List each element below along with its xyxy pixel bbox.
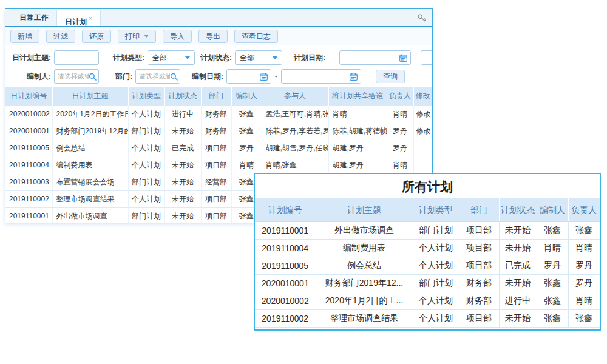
plan-creator: 张鑫	[231, 123, 262, 140]
plan-id: 2019110002	[255, 309, 316, 327]
col-header-subject: 计划主题	[316, 198, 413, 221]
plan-creator: 张鑫	[537, 221, 568, 239]
create-date-from-input[interactable]	[226, 69, 271, 84]
import-button[interactable]: 导入	[163, 30, 192, 43]
modify-link[interactable]: 修改	[413, 123, 432, 140]
plan-type: 部门计划	[413, 221, 459, 239]
plan-dept: 项目部	[201, 157, 231, 174]
view-log-button[interactable]: 查看日志	[234, 30, 278, 43]
filter-row-2: 编制人: 请选择或输入 部门: 请选择或输入 编制日期: - 查询	[10, 69, 432, 84]
plan-id-link[interactable]: 2019110001	[5, 207, 52, 223]
create-date-label: 编制日期:	[180, 72, 226, 82]
key-icon[interactable]	[417, 13, 427, 23]
plan-status: 已完成	[499, 257, 537, 274]
plan-subject-link[interactable]: 2020年1月2日的工作日...	[52, 106, 128, 123]
new-button[interactable]: 新增	[10, 30, 39, 43]
plan-id-link[interactable]: 2020010001	[5, 123, 52, 140]
plan-subject-link[interactable]: 整理市场调查结果	[52, 190, 128, 207]
modify-link[interactable]: 修改	[413, 106, 432, 123]
table-row: 2020010002 2020年1月2日的工作日... 个人计划 进行中 财务部…	[5, 106, 432, 123]
modify-cell	[413, 140, 432, 157]
plan-dept: 经营部	[201, 174, 231, 190]
tab-bar: 日常工作 日计划×	[5, 9, 432, 27]
filter-button[interactable]: 过滤	[46, 30, 75, 43]
all-plans-popup: 所有计划 计划编号 计划主题 计划类型 部门 计划状态 编制人 负责人 2019…	[254, 173, 601, 331]
plan-status: 未开始	[164, 157, 201, 174]
plan-owner-link[interactable]: 罗丹	[387, 123, 413, 140]
status-label: 计划状态:	[195, 53, 235, 63]
search-icon	[170, 73, 178, 81]
plan-owner-link[interactable]: 罗丹	[387, 140, 413, 157]
plan-subject: 外出做市场调查	[316, 221, 413, 239]
restore-button[interactable]: 还原	[82, 30, 111, 43]
plan-share: 胡建,罗丹	[328, 140, 387, 157]
search-button[interactable]: 查询	[376, 70, 405, 83]
creator-picker-placeholder: 请选择或输入	[58, 72, 89, 81]
print-button[interactable]: 打印	[118, 30, 156, 43]
plan-status: 未开始	[499, 309, 537, 327]
plan-date-from-input[interactable]	[339, 50, 411, 65]
date-range-separator: -	[271, 72, 281, 81]
plan-date-to-input[interactable]	[421, 50, 433, 65]
table-row: 2019110002 整理市场调查结果 个人计划 项目部 未开始 张鑫 张鑫	[255, 309, 600, 327]
plan-status: 未开始	[499, 221, 537, 239]
status-select[interactable]: 全部	[235, 50, 282, 65]
plan-status: 未开始	[499, 239, 537, 257]
tab-daily-work[interactable]: 日常工作	[12, 10, 56, 26]
plan-subject-link[interactable]: 编制费用表	[52, 157, 128, 174]
plan-type: 部门计划	[128, 123, 164, 140]
calendar-icon	[399, 54, 407, 62]
plan-owner-link[interactable]: 肖晴	[387, 106, 413, 123]
tab-daily-plan-label: 日计划	[65, 18, 87, 26]
plan-type: 个人计划	[413, 292, 459, 309]
chevron-down-icon	[273, 56, 277, 59]
plan-type: 个人计划	[128, 190, 164, 207]
close-tab-icon[interactable]: ×	[89, 15, 92, 22]
plan-share: 肖晴	[328, 106, 387, 123]
plan-owner: 肖晴	[568, 239, 600, 257]
type-select-value: 全部	[152, 53, 167, 63]
plan-type: 个人计划	[128, 157, 164, 174]
plan-type: 部门计划	[128, 207, 164, 223]
dept-picker-input[interactable]: 请选择或输入	[135, 69, 180, 84]
chevron-down-icon	[144, 35, 149, 38]
filter-row-1: 日计划主题: 计划类型: 全部 计划状态: 全部 计划日期: -	[10, 50, 432, 66]
plan-subject-link[interactable]: 布置营销展会会场	[52, 174, 128, 190]
dept-picker-placeholder: 请选择或输入	[139, 72, 170, 81]
plan-subject-link[interactable]: 外出做市场调查	[52, 207, 128, 223]
creator-picker-input[interactable]: 请选择或输入	[54, 69, 99, 84]
plan-status: 未开始	[499, 274, 537, 292]
col-header-dept: 部门	[201, 87, 231, 106]
tab-daily-plan[interactable]: 日计划×	[56, 10, 101, 26]
plan-subject-link[interactable]: 例会总结	[52, 140, 128, 157]
plan-dept: 财务部	[201, 106, 231, 123]
popup-header-row: 计划编号 计划主题 计划类型 部门 计划状态 编制人 负责人	[255, 198, 600, 221]
plan-id-link[interactable]: 2019110005	[5, 140, 52, 157]
plan-type: 部门计划	[128, 174, 164, 190]
export-button[interactable]: 导出	[198, 30, 228, 43]
plan-creator: 罗丹	[231, 140, 262, 157]
plan-dept: 项目部	[201, 207, 231, 223]
col-header-participants: 参与人	[262, 87, 328, 106]
status-select-value: 全部	[240, 53, 254, 63]
plan-creator: 肖晴	[231, 157, 262, 174]
all-plans-table: 计划编号 计划主题 计划类型 部门 计划状态 编制人 负责人 201911000…	[255, 198, 600, 328]
plan-dept: 项目部	[459, 221, 499, 239]
dept-label: 部门:	[99, 72, 135, 82]
plan-creator: 罗丹	[537, 257, 568, 274]
plan-subject: 财务部门2019年12...	[316, 274, 413, 292]
plan-type: 个人计划	[413, 257, 459, 274]
plan-id-link[interactable]: 2019110003	[5, 174, 52, 190]
plan-owner-link[interactable]: 肖晴	[387, 157, 413, 174]
plan-id-link[interactable]: 2019110004	[5, 157, 52, 174]
subject-input[interactable]	[54, 50, 99, 65]
plan-id-link[interactable]: 2019110002	[5, 190, 52, 207]
plan-subject-link[interactable]: 财务部门2019年12月的...	[52, 123, 128, 140]
table-row: 2020010001 财务部门2019年12... 部门计划 财务部 未开始 张…	[255, 274, 600, 292]
date-range-separator: -	[411, 53, 421, 62]
plan-id-link[interactable]: 2020010002	[5, 106, 52, 123]
table-header-row: 日计划编号 日计划主题 计划类型 计划状态 部门 编制人 参与人 将计划共享给谁…	[5, 87, 432, 106]
chevron-down-icon	[185, 56, 190, 59]
type-select[interactable]: 全部	[148, 50, 195, 65]
create-date-to-input[interactable]	[281, 69, 361, 84]
